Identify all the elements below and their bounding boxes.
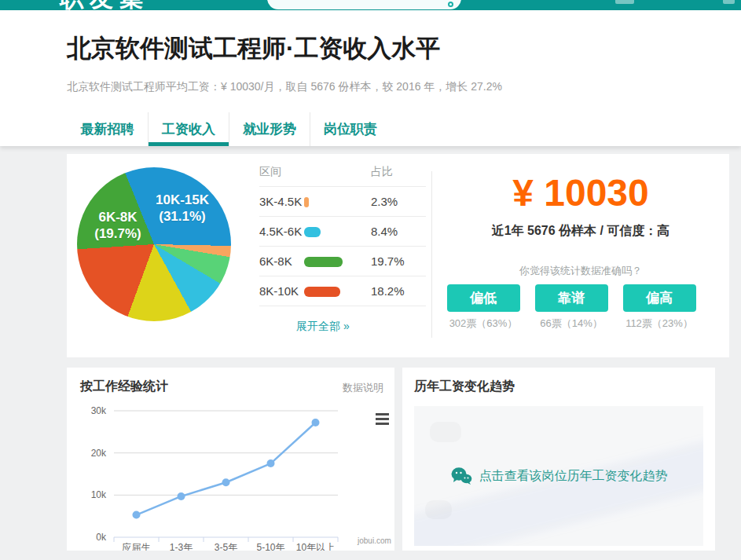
vote-button-3[interactable]: 偏高 [623, 284, 696, 312]
top-nav-bar: 职友集 [0, 0, 741, 10]
vote-button-2[interactable]: 靠谱 [535, 284, 608, 312]
site-logo[interactable]: 职友集 [60, 0, 149, 10]
vote-button-1[interactable]: 偏低 [447, 284, 520, 312]
search-input[interactable] [267, 0, 461, 9]
table-footer-divider [259, 306, 426, 306]
column-header-range: 区间 [259, 165, 281, 178]
page-header-section: 北京软件测试工程师·工资收入水平 北京软件测试工程师平均工资：¥ 10030/月… [0, 10, 741, 146]
page-subtitle: 北京软件测试工程师平均工资：¥ 10030/月，取自 5676 份样本，较 20… [67, 80, 502, 94]
x-tick-label: 3-5年 [215, 542, 237, 551]
vote-count: 302票（63%） [439, 317, 527, 331]
x-tick-label: 1-3年 [170, 542, 193, 551]
data-point[interactable] [178, 492, 185, 500]
view-trend-label: 点击查看该岗位历年工资变化趋势 [479, 468, 668, 485]
watermark: jobui.com [358, 536, 391, 545]
tab-2[interactable]: 工资收入 [148, 112, 229, 146]
table-row: 3K-4.5K2.3% [259, 186, 426, 216]
pct-bar [304, 287, 340, 297]
pct-value: 2.3% [371, 195, 398, 208]
table-row: 6K-8K19.7% [259, 246, 426, 276]
experience-line-chart: 0k10k20k30k应届生1-3年3-5年5-10年10年以上 [67, 368, 394, 551]
pct-bar [304, 257, 343, 267]
trend-card-title: 历年工资变化趋势 [414, 379, 515, 395]
column-header-pct: 占比 [371, 165, 393, 179]
menu-icon[interactable] [723, 0, 735, 4]
range-label: 3K-4.5K [259, 195, 302, 208]
y-tick-label: 10k [91, 489, 107, 500]
x-tick-label: 10年以上 [296, 542, 335, 551]
vote-option-2: 靠谱66票（14%） [527, 284, 615, 331]
tab-4[interactable]: 岗位职责 [310, 112, 391, 146]
salary-summary-card: 10K-15K (31.1%) 6K-8K (19.7%) 区间 占比 3K-4… [67, 154, 729, 357]
y-tick-label: 20k [91, 448, 107, 459]
pct-bar [304, 227, 321, 237]
vote-count: 112票（23%） [615, 317, 703, 331]
data-point[interactable] [133, 511, 141, 519]
table-row: 4.5K-6K8.4% [259, 216, 426, 246]
x-tick-label: 应届生 [123, 542, 151, 551]
average-salary-value: ¥ 10030 [432, 171, 729, 214]
pie-label-6k-8k: 6K-8K (19.7%) [67, 209, 169, 243]
pct-value: 8.4% [371, 225, 398, 238]
pct-value: 19.7% [371, 254, 405, 268]
page-title: 北京软件测试工程师·工资收入水平 [67, 32, 440, 65]
data-point[interactable] [267, 459, 275, 467]
range-label: 6K-8K [259, 254, 292, 268]
trend-placeholder: 点击查看该岗位历年工资变化趋势 [414, 406, 703, 546]
range-label: 4.5K-6K [259, 225, 302, 238]
tabs: 最新招聘工资收入就业形势岗位职责 [67, 112, 391, 146]
wechat-icon [450, 467, 472, 485]
search-icon [448, 2, 453, 7]
range-label: 8K-10K [259, 284, 299, 298]
expand-all-link[interactable]: 展开全部 » [296, 320, 350, 334]
tab-3[interactable]: 就业形势 [229, 112, 310, 146]
distribution-rows: 3K-4.5K2.3%4.5K-6K8.4%6K-8K19.7%8K-10K18… [259, 186, 426, 306]
experience-chart-card: 按工作经验统计 数据说明 0k10k20k30k应届生1-3年3-5年5-10年… [67, 368, 394, 551]
vote-option-3: 偏高112票（23%） [615, 284, 703, 331]
y-tick-label: 30k [91, 405, 107, 416]
data-point[interactable] [312, 419, 320, 426]
sample-info: 近1年 5676 份样本 / 可信度：高 [432, 223, 729, 240]
table-header: 区间 占比 [259, 165, 426, 186]
view-trend-cta[interactable]: 点击查看该岗位历年工资变化趋势 [414, 406, 703, 546]
data-point[interactable] [222, 478, 230, 486]
vote-count: 66票（14%） [527, 317, 615, 331]
x-tick-label: 5-10年 [256, 542, 284, 551]
tab-1[interactable]: 最新招聘 [67, 112, 148, 146]
trend-card: 历年工资变化趋势 点击查看该岗位历年工资变化趋势 [402, 368, 715, 551]
user-icon[interactable] [615, 0, 634, 4]
y-tick-label: 0k [96, 532, 107, 543]
vote-question: 你觉得该统计数据准确吗？ [432, 264, 729, 278]
distribution-table: 区间 占比 3K-4.5K2.3%4.5K-6K8.4%6K-8K19.7%8K… [259, 165, 426, 306]
salary-pie-chart[interactable] [77, 167, 231, 321]
vote-option-1: 偏低302票（63%） [439, 284, 527, 331]
table-row: 8K-10K18.2% [259, 276, 426, 306]
vote-buttons: 偏低302票（63%）靠谱66票（14%）偏高112票（23%） [439, 284, 703, 331]
pct-bar [304, 197, 309, 207]
pct-value: 18.2% [371, 284, 405, 298]
